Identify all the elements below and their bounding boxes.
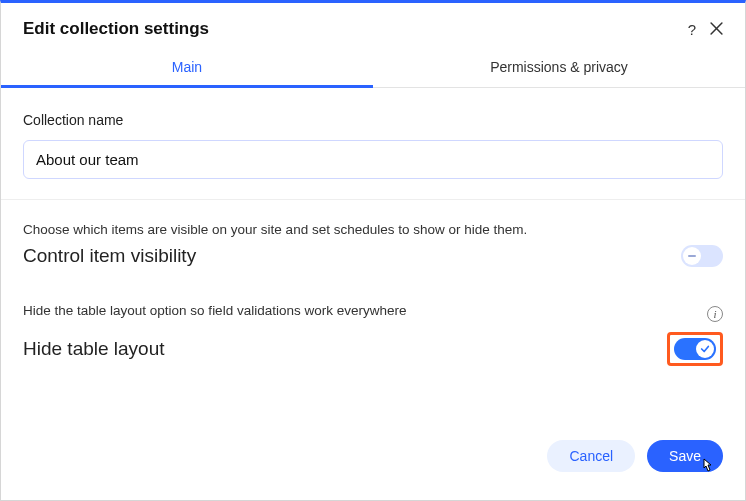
header-icons: ? xyxy=(688,21,723,38)
close-icon[interactable] xyxy=(710,21,723,38)
tabs: Main Permissions & privacy xyxy=(1,49,745,88)
hide-layout-title: Hide table layout xyxy=(23,338,165,360)
visibility-section: Choose which items are visible on your s… xyxy=(1,200,745,277)
help-icon[interactable]: ? xyxy=(688,21,696,38)
modal-footer: Cancel Save xyxy=(1,426,745,500)
cancel-button[interactable]: Cancel xyxy=(547,440,635,472)
toggle-knob xyxy=(696,340,714,358)
collection-name-section: Collection name xyxy=(1,88,745,200)
tab-permissions[interactable]: Permissions & privacy xyxy=(373,49,745,87)
hide-layout-helper: Hide the table layout option so field va… xyxy=(23,303,406,318)
hide-layout-toggle[interactable] xyxy=(674,338,716,360)
visibility-toggle[interactable] xyxy=(681,245,723,267)
hide-layout-section: Hide the table layout option so field va… xyxy=(1,277,745,376)
modal-title: Edit collection settings xyxy=(23,19,688,39)
visibility-title: Control item visibility xyxy=(23,245,196,267)
collection-name-label: Collection name xyxy=(23,112,723,128)
info-icon[interactable]: i xyxy=(707,306,723,322)
visibility-helper: Choose which items are visible on your s… xyxy=(23,222,723,237)
tab-main[interactable]: Main xyxy=(1,49,373,87)
tutorial-highlight xyxy=(667,332,723,366)
collection-name-input[interactable] xyxy=(23,140,723,179)
save-button[interactable]: Save xyxy=(647,440,723,472)
modal-header: Edit collection settings ? xyxy=(1,3,745,49)
edit-collection-modal: Edit collection settings ? Main Permissi… xyxy=(0,0,746,501)
toggle-knob xyxy=(683,247,701,265)
